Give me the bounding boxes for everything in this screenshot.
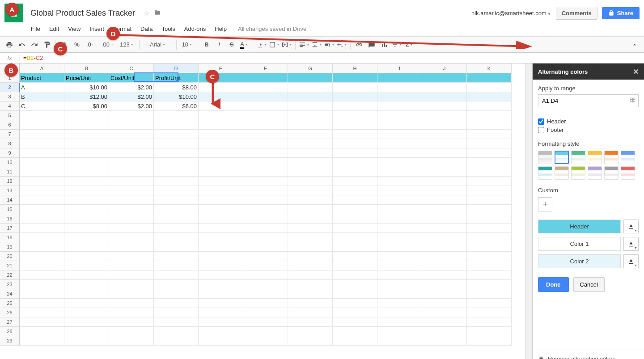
borders-icon[interactable]: ▼ [268,38,280,51]
cell[interactable] [199,270,243,280]
cell[interactable]: Cost/Unit [109,73,154,83]
cell[interactable] [377,289,422,299]
cell[interactable] [64,280,109,289]
cell[interactable] [64,336,109,346]
cell[interactable] [109,252,154,261]
insert-link-icon[interactable] [353,38,365,51]
cell[interactable] [20,205,64,214]
remove-alternating-colors-link[interactable]: Remove alternating colors [533,350,644,359]
range-input[interactable] [538,94,639,107]
cell[interactable]: $10.00 [64,83,109,92]
cell[interactable] [288,224,333,233]
cell[interactable] [467,120,512,130]
cell[interactable] [288,83,333,92]
cell[interactable] [20,167,64,177]
style-swatch[interactable] [538,166,552,180]
cell[interactable] [333,299,377,308]
cell[interactable] [377,186,422,195]
cell[interactable] [154,289,199,299]
cell[interactable] [333,92,377,101]
cell[interactable] [154,327,199,336]
cell[interactable] [154,299,199,308]
cell[interactable] [422,186,467,195]
cell[interactable] [377,73,422,83]
cell[interactable] [288,242,333,252]
cell[interactable] [154,167,199,177]
cell[interactable] [154,214,199,224]
cell[interactable] [20,177,64,186]
cell[interactable] [288,317,333,327]
menu-data[interactable]: Data [136,24,157,34]
cell[interactable] [467,327,512,336]
cell[interactable] [199,177,243,186]
cell[interactable] [109,336,154,346]
cell[interactable] [422,233,467,242]
cell[interactable] [422,101,467,111]
cell[interactable] [288,111,333,120]
cell[interactable] [467,308,512,317]
cell[interactable] [109,308,154,317]
cell[interactable] [20,270,64,280]
print-icon[interactable] [4,38,15,51]
cell[interactable] [20,224,64,233]
column-header[interactable]: G [288,63,333,73]
cell[interactable] [199,139,243,148]
cell[interactable] [333,111,377,120]
cell[interactable] [109,317,154,327]
cell[interactable] [422,327,467,336]
cell[interactable] [333,224,377,233]
cell[interactable] [467,73,512,83]
cell[interactable] [467,224,512,233]
cell[interactable] [154,177,199,186]
cell[interactable] [333,205,377,214]
cell[interactable] [109,224,154,233]
column-header[interactable]: C [109,63,154,73]
cell[interactable] [467,233,512,242]
cell[interactable] [20,289,64,299]
cell[interactable] [199,214,243,224]
cell[interactable] [109,195,154,205]
cell[interactable] [243,92,288,101]
cell[interactable] [243,336,288,346]
cell[interactable] [199,242,243,252]
cell[interactable] [20,233,64,242]
done-button[interactable]: Done [538,277,569,292]
style-swatch[interactable] [588,151,602,164]
column-header[interactable]: J [422,63,467,73]
cell[interactable] [64,148,109,158]
cell[interactable] [333,83,377,92]
style-swatch[interactable] [604,166,619,180]
cell[interactable] [333,73,377,83]
row-header[interactable]: 11 [0,167,20,177]
cell[interactable] [154,242,199,252]
cell[interactable] [377,299,422,308]
cell[interactable] [199,317,243,327]
cell[interactable] [199,299,243,308]
cell[interactable] [64,289,109,299]
cell[interactable] [64,242,109,252]
cell[interactable] [20,186,64,195]
cell[interactable] [377,233,422,242]
folder-icon[interactable] [154,10,161,17]
cell[interactable] [243,214,288,224]
cell[interactable]: Product [20,73,64,83]
cell[interactable] [467,186,512,195]
cell[interactable] [243,252,288,261]
cell[interactable] [243,233,288,242]
row-header[interactable]: 19 [0,242,20,252]
row-header[interactable]: 21 [0,261,20,270]
column-header[interactable]: D [154,63,199,73]
cell[interactable] [20,214,64,224]
cell[interactable]: Price/Unit [64,73,109,83]
cell[interactable] [154,130,199,139]
cell[interactable] [333,158,377,167]
cell[interactable] [64,111,109,120]
cell[interactable] [467,148,512,158]
cell[interactable] [64,177,109,186]
cell[interactable] [377,242,422,252]
cell[interactable] [109,214,154,224]
row-header[interactable]: 9 [0,148,20,158]
cell[interactable] [333,186,377,195]
cell[interactable] [377,327,422,336]
cell[interactable] [154,148,199,158]
